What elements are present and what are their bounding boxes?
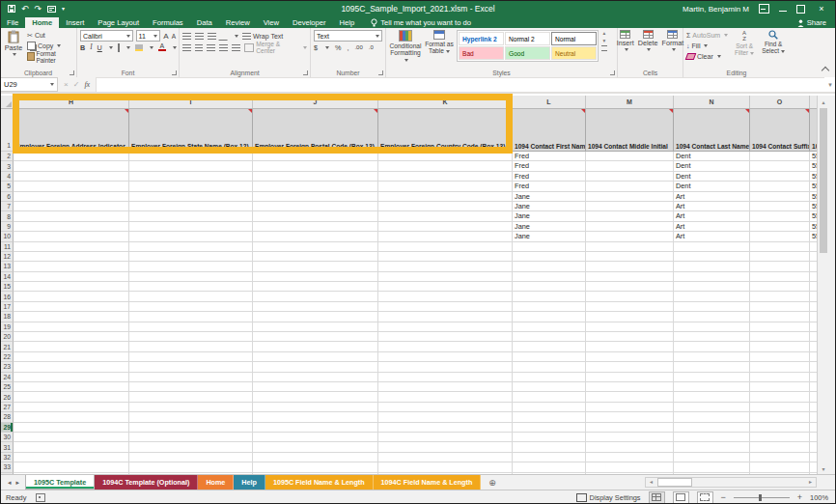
number-format-select[interactable]: Text [314, 30, 382, 42]
cell-L26[interactable] [513, 392, 586, 402]
row-header-21[interactable]: 21 [0, 342, 14, 351]
cell-M22[interactable] [586, 352, 674, 362]
cell-M17[interactable] [586, 302, 674, 312]
cell-H32[interactable] [14, 453, 129, 462]
cell-N11[interactable] [674, 242, 750, 252]
cell-H29[interactable] [14, 423, 129, 433]
cell-L18[interactable] [513, 312, 586, 322]
cell-I20[interactable] [129, 332, 253, 342]
gallery-more-icon[interactable] [601, 45, 607, 51]
underline-button[interactable]: U [98, 43, 102, 52]
cell-M14[interactable] [586, 272, 674, 282]
scroll-down-icon[interactable]: ▾ [818, 462, 829, 474]
cell-M11[interactable] [586, 242, 674, 252]
ribbon-tab-developer[interactable]: Developer [286, 17, 333, 28]
cell-L2[interactable]: Fred [513, 152, 586, 161]
cell-M3[interactable] [586, 161, 674, 171]
cell-H30[interactable] [14, 433, 129, 442]
vertical-scroll-thumb[interactable] [820, 108, 827, 253]
cell-I26[interactable] [129, 392, 253, 402]
cell-L33[interactable] [513, 462, 586, 472]
formula-input[interactable] [97, 77, 824, 92]
paste-button[interactable]: Paste [3, 30, 24, 62]
cell-H26[interactable] [14, 392, 129, 402]
align-left-icon[interactable] [182, 44, 191, 51]
cell-K10[interactable] [378, 232, 513, 241]
cell-O21[interactable] [750, 342, 810, 351]
clear-button[interactable]: Clear [686, 51, 728, 62]
cell-H23[interactable] [14, 362, 129, 372]
cell-K16[interactable] [378, 292, 513, 301]
cell-J17[interactable] [253, 302, 378, 312]
cell-H15[interactable] [14, 282, 129, 292]
cell-O6[interactable] [750, 192, 810, 202]
cell-M13[interactable] [586, 262, 674, 271]
cell-O31[interactable] [750, 442, 810, 452]
font-color-icon[interactable]: A [158, 43, 166, 51]
cell-I14[interactable] [129, 272, 253, 282]
cell-L6[interactable]: Jane [513, 192, 586, 202]
cell-L27[interactable] [513, 403, 586, 412]
cell-I13[interactable] [129, 262, 253, 271]
vertical-scrollbar[interactable]: ▴ ▾ [817, 96, 829, 474]
cell-H24[interactable] [14, 373, 129, 382]
cancel-icon[interactable]: × [64, 80, 69, 89]
cell-O29[interactable] [750, 423, 810, 433]
cell-I17[interactable] [129, 302, 253, 312]
align-bottom-icon[interactable] [208, 33, 216, 40]
cell-J13[interactable] [253, 262, 378, 271]
cell-P24[interactable] [810, 373, 817, 382]
number-dialog-launcher[interactable] [378, 70, 383, 75]
cell-J10[interactable] [253, 232, 378, 241]
cell-L23[interactable] [513, 362, 586, 372]
cell-J33[interactable] [253, 462, 378, 472]
cell-N4[interactable]: Dent [674, 172, 750, 182]
cell-L30[interactable] [513, 433, 586, 442]
cell-O32[interactable] [750, 453, 810, 462]
cell-P29[interactable] [810, 423, 817, 433]
italic-button[interactable]: I [90, 43, 92, 51]
cell-J22[interactable] [253, 352, 378, 362]
cell-J30[interactable] [253, 433, 378, 442]
horizontal-scroll-thumb[interactable] [657, 478, 692, 487]
cell-P26[interactable] [810, 392, 817, 402]
cell-J24[interactable] [253, 373, 378, 382]
cell-K30[interactable] [378, 433, 513, 442]
cell-M24[interactable] [586, 373, 674, 382]
increase-indent-icon[interactable] [232, 44, 240, 51]
cell-L3[interactable]: Fred [513, 161, 586, 171]
normal-view-button[interactable] [649, 491, 665, 504]
cell-J2[interactable] [253, 152, 378, 161]
cell-L20[interactable] [513, 332, 586, 342]
merge-center-button[interactable]: Merge & Center [244, 42, 307, 53]
sheet-tab-home[interactable]: Home [198, 475, 234, 490]
format-as-table-button[interactable]: Format as Table [425, 30, 454, 55]
cell-P13[interactable] [810, 262, 817, 271]
cell-N24[interactable] [674, 373, 750, 382]
tab-scroll-left-icon[interactable]: ◂ [8, 479, 12, 487]
cell-N7[interactable]: Art [674, 202, 750, 211]
row-header-12[interactable]: 12 [0, 252, 14, 262]
cell-O9[interactable] [750, 222, 810, 232]
select-all-corner[interactable] [0, 96, 14, 108]
scroll-left-icon[interactable]: ◂ [646, 478, 656, 487]
cell-M29[interactable] [586, 423, 674, 433]
cell-I27[interactable] [129, 403, 253, 412]
cell-N26[interactable] [674, 392, 750, 402]
zoom-out-button[interactable]: − [721, 492, 726, 502]
cell-N9[interactable]: Art [674, 222, 750, 232]
header-cell-J1[interactable]: Employer Foreign Postal Code (Box 13) [253, 109, 378, 152]
align-top-icon[interactable] [182, 33, 191, 40]
cell-K32[interactable] [378, 453, 513, 462]
cell-J11[interactable] [253, 242, 378, 252]
cell-J32[interactable] [253, 453, 378, 462]
cell-N28[interactable] [674, 412, 750, 422]
format-painter-button[interactable]: Format Painter [27, 51, 73, 62]
cell-M16[interactable] [586, 292, 674, 301]
cell-P27[interactable] [810, 403, 817, 412]
cell-I18[interactable] [129, 312, 253, 322]
cell-M7[interactable] [586, 202, 674, 211]
format-cells-button[interactable]: Format [662, 30, 684, 51]
cell-I9[interactable] [129, 222, 253, 232]
font-dialog-launcher[interactable] [172, 70, 177, 75]
